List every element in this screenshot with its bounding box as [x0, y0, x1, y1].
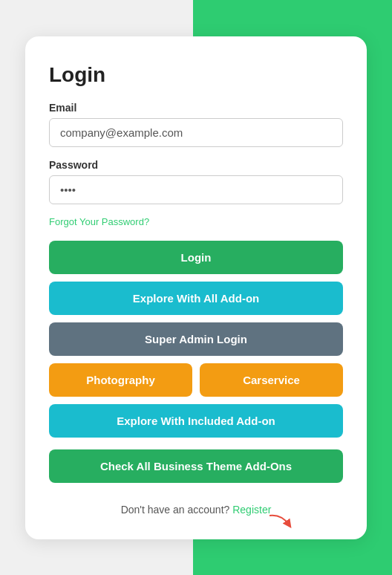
register-area: Register [232, 504, 271, 516]
password-input[interactable] [49, 175, 343, 204]
email-input[interactable] [49, 118, 343, 147]
addon-row: Photography Carservice [49, 363, 343, 397]
email-label: Email [49, 102, 343, 114]
login-button[interactable]: Login [49, 241, 343, 274]
carservice-button[interactable]: Carservice [200, 363, 343, 397]
check-business-button[interactable]: Check All Business Theme Add-Ons [49, 449, 343, 483]
page-title: Login [49, 63, 343, 87]
photography-button[interactable]: Photography [49, 363, 192, 397]
explore-addon-button[interactable]: Explore With All Add-on [49, 282, 343, 315]
no-account-text: Don't have an account? [121, 504, 230, 516]
explore-included-button[interactable]: Explore With Included Add-on [49, 404, 343, 438]
register-link[interactable]: Register [232, 504, 271, 516]
footer-text: Don't have an account? Register [49, 504, 343, 516]
arrow-icon [268, 513, 292, 529]
login-card: Login Email Password Forgot Your Passwor… [25, 36, 367, 539]
password-label: Password [49, 159, 343, 171]
super-admin-button[interactable]: Super Admin Login [49, 322, 343, 356]
forgot-password-link[interactable]: Forgot Your Password? [49, 216, 343, 227]
